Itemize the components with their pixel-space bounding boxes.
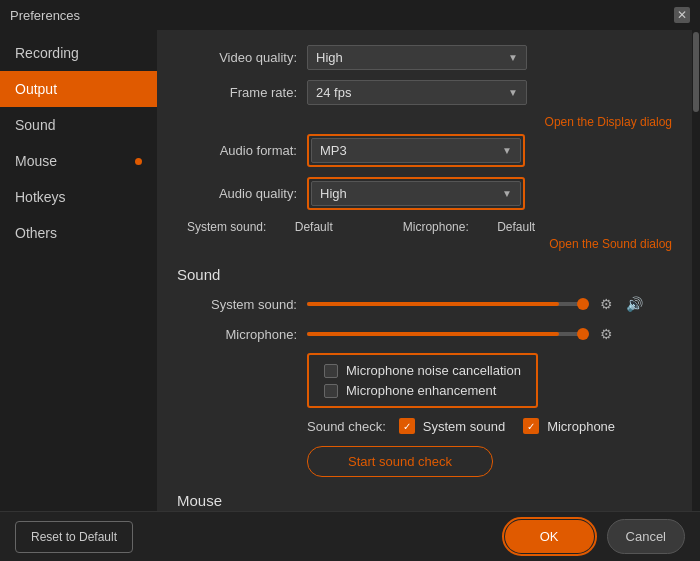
video-quality-row: Video quality: High ▼: [177, 45, 672, 70]
titlebar: Preferences ✕: [0, 0, 700, 30]
video-quality-value: High: [316, 50, 343, 65]
system-sound-status: System sound: Default: [187, 220, 353, 234]
noise-cancellation-row: Microphone noise cancellation: [324, 363, 521, 378]
reset-to-default-button[interactable]: Reset to Default: [15, 521, 133, 553]
sidebar-item-label: Recording: [15, 45, 79, 61]
audio-quality-select[interactable]: High ▼: [311, 181, 521, 206]
chevron-down-icon: ▼: [508, 87, 518, 98]
gear-icon[interactable]: ⚙: [595, 293, 617, 315]
open-display-dialog-link[interactable]: Open the Display dialog: [545, 115, 672, 129]
audio-format-value: MP3: [320, 143, 347, 158]
scrollbar[interactable]: [692, 30, 700, 511]
noise-cancellation-checkbox[interactable]: [324, 364, 338, 378]
sidebar-item-label: Hotkeys: [15, 189, 66, 205]
microphone-slider-row: Microphone: ⚙: [177, 323, 672, 345]
sidebar: Recording Output Sound Mouse Hotkeys Oth…: [0, 30, 157, 511]
video-quality-select[interactable]: High ▼: [307, 45, 527, 70]
microphone-check-label: Microphone: [547, 419, 615, 434]
sound-section-title: Sound: [177, 266, 672, 283]
frame-rate-label: Frame rate:: [177, 85, 297, 100]
sidebar-item-sound[interactable]: Sound: [0, 107, 157, 143]
sound-check-label: Sound check:: [307, 419, 386, 434]
audio-format-label: Audio format:: [177, 143, 297, 158]
content-area: Recording Output Sound Mouse Hotkeys Oth…: [0, 30, 700, 511]
system-sound-slider-label: System sound:: [177, 297, 297, 312]
preferences-window: Preferences ✕ Recording Output Sound Mou…: [0, 0, 700, 561]
sidebar-item-recording[interactable]: Recording: [0, 35, 157, 71]
system-sound-fill: [307, 302, 559, 306]
microphone-slider-label: Microphone:: [177, 327, 297, 342]
system-sound-slider[interactable]: [307, 302, 587, 306]
ok-button[interactable]: OK: [505, 520, 594, 553]
footer-buttons: OK Cancel: [502, 517, 685, 556]
mouse-section-title: Mouse: [177, 492, 672, 509]
footer: Reset to Default OK Cancel: [0, 511, 700, 561]
microphone-fill: [307, 332, 559, 336]
audio-quality-label: Audio quality:: [177, 186, 297, 201]
start-sound-check-button[interactable]: Start sound check: [307, 446, 493, 477]
speaker-icon[interactable]: 🔊: [623, 293, 645, 315]
system-sound-check-checkbox[interactable]: ✓: [399, 418, 415, 434]
audio-format-highlight: MP3 ▼: [307, 134, 525, 167]
microphone-icons: ⚙: [595, 323, 617, 345]
sidebar-item-label: Output: [15, 81, 57, 97]
enhancement-label: Microphone enhancement: [346, 383, 496, 398]
sound-link-row: Open the Sound dialog: [177, 237, 672, 251]
microphone-options-group: Microphone noise cancellation Microphone…: [307, 353, 538, 408]
system-sound-check-label: System sound: [423, 419, 505, 434]
sidebar-item-label: Mouse: [15, 153, 57, 169]
gear-icon[interactable]: ⚙: [595, 323, 617, 345]
enhancement-checkbox[interactable]: [324, 384, 338, 398]
status-row: System sound: Default Microphone: Defaul…: [177, 220, 672, 234]
noise-cancellation-label: Microphone noise cancellation: [346, 363, 521, 378]
audio-format-select[interactable]: MP3 ▼: [311, 138, 521, 163]
system-sound-thumb[interactable]: [577, 298, 589, 310]
video-quality-label: Video quality:: [177, 50, 297, 65]
window-title: Preferences: [10, 8, 80, 23]
scrollbar-thumb[interactable]: [693, 32, 699, 112]
chevron-down-icon: ▼: [502, 188, 512, 199]
open-sound-dialog-link[interactable]: Open the Sound dialog: [549, 237, 672, 251]
frame-rate-select[interactable]: 24 fps ▼: [307, 80, 527, 105]
sound-check-row: Sound check: ✓ System sound ✓ Microphone: [177, 418, 672, 434]
microphone-check-checkbox[interactable]: ✓: [523, 418, 539, 434]
sidebar-item-others[interactable]: Others: [0, 215, 157, 251]
audio-quality-row: Audio quality: High ▼: [177, 177, 672, 210]
ok-area: OK: [502, 517, 597, 556]
cancel-button[interactable]: Cancel: [607, 519, 685, 554]
audio-quality-value: High: [320, 186, 347, 201]
microphone-slider[interactable]: [307, 332, 587, 336]
sidebar-item-label: Sound: [15, 117, 55, 133]
audio-format-row: Audio format: MP3 ▼: [177, 134, 672, 167]
microphone-status: Microphone: Default: [403, 220, 555, 234]
frame-rate-row: Frame rate: 24 fps ▼: [177, 80, 672, 105]
sidebar-item-hotkeys[interactable]: Hotkeys: [0, 179, 157, 215]
sidebar-item-label: Others: [15, 225, 57, 241]
chevron-down-icon: ▼: [502, 145, 512, 156]
enhancement-row: Microphone enhancement: [324, 383, 521, 398]
sidebar-item-mouse[interactable]: Mouse: [0, 143, 157, 179]
frame-rate-value: 24 fps: [316, 85, 351, 100]
notification-dot: [135, 158, 142, 165]
microphone-thumb[interactable]: [577, 328, 589, 340]
display-link-row: Open the Display dialog: [177, 115, 672, 129]
sidebar-item-output[interactable]: Output: [0, 71, 157, 107]
main-content: Video quality: High ▼ Frame rate: 24 fps…: [157, 30, 692, 511]
system-sound-slider-row: System sound: ⚙ 🔊: [177, 293, 672, 315]
system-sound-icons: ⚙ 🔊: [595, 293, 645, 315]
chevron-down-icon: ▼: [508, 52, 518, 63]
close-button[interactable]: ✕: [674, 7, 690, 23]
audio-quality-highlight: High ▼: [307, 177, 525, 210]
